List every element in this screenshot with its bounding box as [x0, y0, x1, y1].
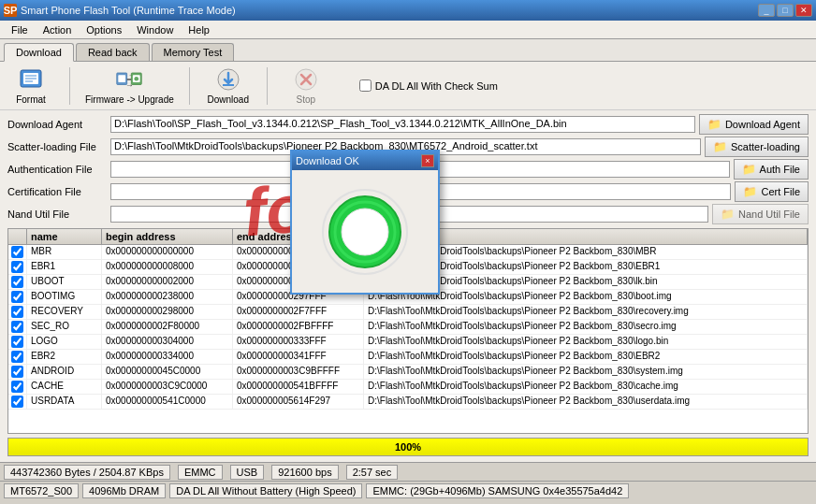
modal-content	[292, 170, 438, 293]
modal-overlay: Download OK ×	[0, 0, 816, 504]
download-ok-icon	[318, 185, 412, 279]
modal-close-button[interactable]: ×	[421, 154, 434, 167]
modal-title-bar: Download OK ×	[292, 151, 438, 170]
svg-point-22	[342, 209, 388, 255]
modal-title: Download OK	[296, 155, 359, 166]
download-ok-modal: Download OK ×	[290, 150, 440, 295]
